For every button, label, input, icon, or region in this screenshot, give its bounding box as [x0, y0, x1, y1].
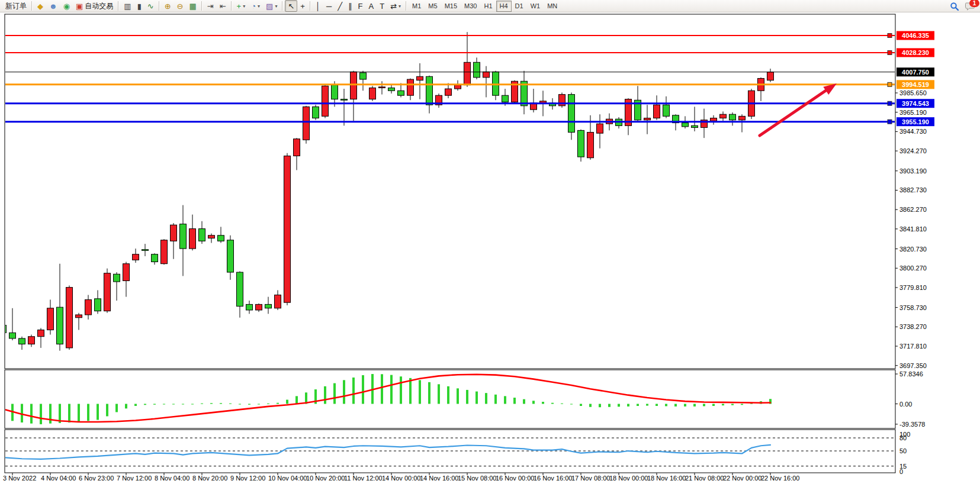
price-tick-label: 3820.730: [899, 246, 927, 253]
candle: [464, 62, 471, 85]
candle: [133, 254, 139, 260]
macd-hist-bar: [627, 404, 629, 407]
candle: [47, 308, 54, 330]
candle: [152, 254, 158, 262]
macd-hist-bar: [106, 404, 108, 417]
candle: [663, 105, 670, 116]
macd-hist-bar: [97, 404, 99, 420]
macd-tick-label: 57.8346: [899, 370, 923, 378]
price-tick-label: 3717.810: [899, 343, 927, 350]
macd-hist-bar: [532, 401, 535, 404]
macd-hist-bar: [656, 404, 658, 406]
candle: [360, 73, 367, 79]
candle: [578, 130, 584, 157]
macd-hist-bar: [475, 392, 478, 404]
candle: [417, 76, 423, 80]
macd-hist-bar: [239, 404, 241, 405]
macd-hist-bar: [352, 378, 355, 404]
candle: [407, 79, 414, 95]
macd-tick-label: -39.3578: [899, 421, 925, 428]
candle: [341, 99, 348, 101]
candle: [682, 123, 689, 127]
macd-hist-bar: [220, 403, 222, 404]
candle: [483, 72, 490, 78]
candle: [597, 124, 603, 133]
candle: [720, 114, 727, 118]
price-badge-label: 4028.230: [902, 49, 929, 56]
time-tick-label: 6 Nov 23:00: [79, 475, 114, 482]
macd-hist-bar: [210, 403, 213, 404]
chart-canvas: 3985.6503965.1903944.7303924.2703903.190…: [0, 0, 980, 487]
candle: [294, 139, 300, 156]
hline-handle[interactable]: [888, 101, 892, 105]
macd-hist-bar: [693, 404, 696, 407]
price-tick-label: 3738.270: [899, 323, 927, 330]
macd-hist-bar: [248, 404, 250, 405]
candle: [284, 156, 291, 303]
candle: [114, 274, 120, 282]
time-tick-label: 14 Nov 00:00: [382, 475, 420, 482]
candle: [692, 125, 698, 127]
macd-hist-bar: [2, 404, 4, 420]
candle: [28, 337, 35, 344]
time-tick-label: 10 Nov 04:00: [268, 475, 307, 482]
candle: [351, 72, 357, 99]
candle: [256, 304, 262, 310]
hline-handle[interactable]: [888, 50, 892, 54]
candle: [568, 95, 575, 133]
macd-hist-bar: [134, 404, 137, 406]
candle: [654, 105, 660, 118]
macd-hist-bar: [523, 399, 525, 404]
macd-hist-bar: [277, 403, 279, 404]
macd-hist-bar: [457, 388, 459, 404]
macd-hist-bar: [608, 404, 611, 407]
hline-handle[interactable]: [888, 82, 892, 86]
candle: [189, 229, 196, 249]
time-tick-label: 16 Nov 00:00: [496, 475, 534, 482]
candle: [369, 88, 376, 99]
candle: [246, 304, 253, 310]
candle: [587, 133, 594, 158]
candle: [332, 85, 338, 99]
time-tick-label: 8 Nov 20:00: [192, 475, 227, 482]
time-tick-label: 10 Nov 20:00: [306, 475, 345, 482]
price-badge-label: 4007.750: [902, 69, 929, 76]
price-tick-label: 3903.190: [899, 167, 927, 175]
macd-hist-bar: [665, 404, 667, 407]
candle: [9, 333, 16, 338]
macd-hist-bar: [40, 404, 42, 424]
time-tick-label: 18 Nov 00:00: [609, 475, 648, 482]
macd-hist-bar: [229, 404, 232, 404]
time-tick-label: 14 Nov 16:00: [420, 475, 458, 482]
time-tick-label: 18 Nov 16:00: [647, 475, 686, 482]
candle: [265, 304, 272, 308]
macd-hist-bar: [78, 404, 80, 422]
macd-hist-bar: [561, 404, 563, 404]
macd-hist-bar: [494, 395, 497, 404]
macd-hist-bar: [362, 375, 364, 404]
candle: [398, 91, 404, 95]
macd-hist-bar: [30, 404, 33, 424]
time-tick-label: 11 Nov 12:00: [344, 475, 383, 482]
candle: [38, 330, 44, 337]
candle: [455, 85, 461, 89]
candle: [303, 107, 310, 140]
macd-hist-bar: [731, 404, 734, 405]
macd-hist-bar: [589, 404, 592, 407]
price-tick-label: 3779.810: [899, 284, 927, 291]
hline-handle[interactable]: [888, 34, 892, 38]
macd-hist-bar: [343, 380, 345, 404]
candle: [388, 88, 395, 91]
price-tick-label: 3924.270: [899, 147, 927, 154]
macd-hist-bar: [333, 383, 336, 404]
candle: [95, 299, 101, 311]
candle: [474, 62, 480, 78]
candle: [493, 72, 499, 95]
trading-app: 新订单◆☻◉▣自动交易▥▮∿⊕⊖▦⇥⇤+▾◔▾▨▾↖+│─╱∥FAT⇄▾M1M5…: [0, 0, 980, 487]
price-tick-label: 3841.810: [899, 225, 927, 233]
macd-hist-bar: [295, 396, 298, 404]
hline-handle[interactable]: [888, 120, 892, 124]
macd-hist-bar: [49, 404, 52, 424]
price-badge-label: 3974.543: [902, 100, 929, 107]
candle: [767, 72, 774, 80]
